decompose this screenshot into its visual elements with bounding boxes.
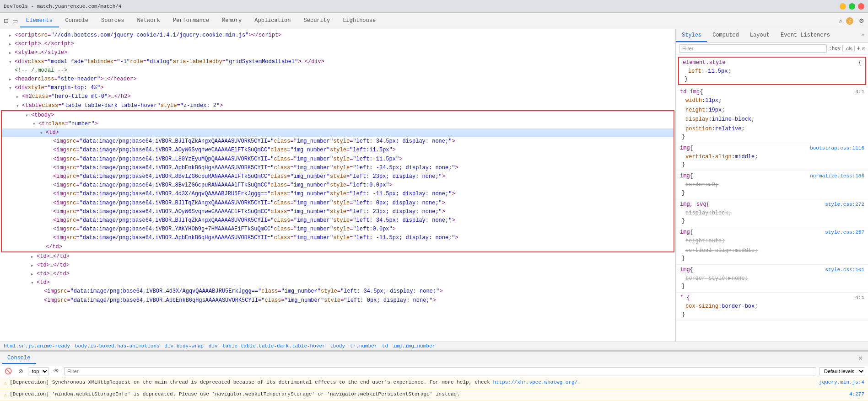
filter-cls-button[interactable]: .cls bbox=[842, 45, 855, 52]
console-toggle-button[interactable]: ⊘ bbox=[16, 367, 25, 375]
expand-triangle[interactable] bbox=[9, 84, 14, 92]
console-message-link[interactable]: https://xhr.spec.whatwg.org/ bbox=[493, 380, 577, 385]
element-style-block: element.style { left : -11.5px ; } bbox=[678, 57, 866, 85]
tab-elements[interactable]: Elements bbox=[20, 15, 59, 27]
style-source-number: style.css:257 bbox=[825, 230, 864, 235]
tab-security[interactable]: Security bbox=[297, 15, 337, 27]
style-source-link[interactable]: style.css:272 bbox=[825, 202, 864, 207]
expand-triangle[interactable] bbox=[9, 31, 14, 40]
tab-layout[interactable]: Layout bbox=[744, 29, 775, 42]
tab-application[interactable]: Application bbox=[248, 15, 297, 27]
inspect-element-button[interactable]: ⊡ bbox=[2, 16, 11, 26]
console-message-source[interactable]: 4:277 bbox=[849, 390, 864, 398]
expand-triangle[interactable] bbox=[31, 278, 36, 287]
expand-triangle[interactable] bbox=[26, 111, 30, 120]
style-source-link[interactable]: bootstrap.css:1116 bbox=[810, 145, 864, 151]
console-clear-button[interactable]: 🚫 bbox=[3, 367, 14, 375]
console-close-button[interactable]: × bbox=[855, 354, 866, 363]
style-rule: border:▶ 0; bbox=[680, 180, 864, 189]
close-button[interactable] bbox=[858, 3, 864, 10]
expand-triangle[interactable] bbox=[16, 92, 21, 101]
expand-triangle[interactable] bbox=[9, 48, 14, 57]
tab-console[interactable]: Console bbox=[59, 15, 95, 27]
style-selector: img, svg bbox=[680, 201, 706, 208]
styles-overflow-btn[interactable]: » bbox=[857, 29, 868, 42]
tab-lighthouse[interactable]: Lighthouse bbox=[336, 15, 382, 27]
console-eye-button[interactable]: 👁 bbox=[52, 367, 61, 375]
elements-panel[interactable]: <script src="//cdn.bootcss.com/jquery-co… bbox=[0, 29, 676, 342]
html-line: <div class="modal fade" tabindex="-1" ro… bbox=[0, 58, 675, 66]
tab-styles[interactable]: Styles bbox=[676, 29, 707, 42]
tab-sources[interactable]: Sources bbox=[95, 15, 130, 27]
style-source-link[interactable]: normalize.less:186 bbox=[810, 173, 864, 179]
html-line: <img src="data:image/png;base64,iVBOR…Ap… bbox=[2, 234, 674, 242]
expand-triangle[interactable] bbox=[9, 40, 14, 48]
expand-triangle[interactable] bbox=[40, 128, 45, 137]
html-line: <img src="data:image/png;base64,iVBOR…YA… bbox=[2, 225, 674, 234]
style-block-star: * { 4:1 box-sizing: border-box; } bbox=[676, 293, 868, 321]
breadcrumb-item[interactable]: html.sr.js.anime-ready bbox=[4, 343, 70, 349]
html-line: <img src="data:image/png;base64,iVBOR…4d… bbox=[0, 287, 675, 296]
style-rule: height: auto; bbox=[680, 236, 864, 246]
style-block-img-257: img { style.css:257 height: auto; vertic… bbox=[676, 227, 868, 265]
html-line-selected: <td> bbox=[2, 128, 674, 137]
style-selector: img bbox=[680, 145, 690, 151]
tab-performance[interactable]: Performance bbox=[167, 15, 216, 27]
html-line: <img src="data:image/png;base64,iVBOR…8B… bbox=[2, 181, 674, 190]
style-source-link[interactable]: style.css:257 bbox=[825, 230, 864, 235]
html-line: <img src="data:image/png;base64,iVBOR…L8… bbox=[2, 155, 674, 164]
style-rule: border-style:▶ none; bbox=[680, 274, 864, 283]
console-tabs: Console × bbox=[0, 352, 868, 365]
breadcrumb-item[interactable]: tr.number bbox=[350, 343, 377, 349]
style-rule: display: inline-block; bbox=[680, 115, 864, 124]
maximize-button[interactable] bbox=[849, 3, 855, 10]
tab-event-listeners[interactable]: Event Listeners bbox=[775, 29, 836, 42]
tab-computed[interactable]: Computed bbox=[707, 29, 744, 42]
styles-filter-input[interactable] bbox=[679, 44, 827, 53]
console-message-text: [Deprecation] 'window.webkitStorageInfo'… bbox=[10, 390, 846, 398]
console-filter-input[interactable] bbox=[64, 367, 816, 375]
style-block-header: td img { 4:1 bbox=[680, 89, 864, 95]
html-line: <td>…</td> bbox=[0, 270, 675, 278]
expand-triangle[interactable] bbox=[31, 270, 36, 278]
tab-memory[interactable]: Memory bbox=[216, 15, 248, 27]
console-message: ⚠ [Deprecation] 'window.webkitStorageInf… bbox=[0, 389, 868, 401]
minimize-button[interactable] bbox=[840, 3, 846, 10]
style-selector: td img bbox=[680, 89, 700, 95]
breadcrumb-item[interactable]: div.body-wrap bbox=[164, 343, 204, 349]
breadcrumb-item[interactable]: body.is-boxed.has-animations bbox=[75, 343, 160, 349]
breadcrumb-item[interactable]: tbody bbox=[330, 343, 345, 349]
html-line: </td> bbox=[2, 243, 674, 251]
breadcrumb-item[interactable]: td bbox=[382, 343, 388, 349]
expand-triangle[interactable] bbox=[31, 252, 36, 261]
expand-triangle[interactable] bbox=[16, 102, 21, 110]
tab-console-panel[interactable]: Console bbox=[2, 353, 36, 364]
expand-triangle[interactable] bbox=[9, 58, 14, 66]
filter-plus-button[interactable]: + bbox=[857, 45, 860, 52]
settings-button[interactable]: ⚙ bbox=[857, 16, 866, 26]
expand-triangle[interactable] bbox=[31, 261, 36, 270]
breadcrumb-item[interactable]: div bbox=[209, 343, 218, 349]
breadcrumb-item[interactable]: img.img_number bbox=[393, 343, 435, 349]
html-line: <img src="data:image/png;base64,iVBOR…4d… bbox=[2, 190, 674, 198]
breadcrumb-item[interactable]: table.table.table-dark.table-hover bbox=[222, 343, 325, 349]
console-levels-select[interactable]: Default levels bbox=[819, 367, 865, 375]
style-block-header: img { style.css:101 bbox=[680, 267, 864, 273]
filter-resize-button[interactable]: ⊡ bbox=[862, 46, 865, 52]
title-bar-title: DevTools - match.yuanrenxue.com/match/4 bbox=[4, 4, 840, 9]
styles-content[interactable]: element.style { left : -11.5px ; } td im… bbox=[676, 55, 868, 342]
style-block-img-101: img { style.css:101 border-style:▶ none;… bbox=[676, 265, 868, 293]
style-rule: vertical-align: middle; bbox=[680, 246, 864, 255]
console-message-source[interactable]: jquery.min.js:4 bbox=[819, 379, 864, 386]
style-block-header: img { style.css:257 bbox=[680, 229, 864, 235]
device-toolbar-button[interactable]: ▭ bbox=[11, 16, 20, 26]
style-selector: img bbox=[680, 229, 690, 235]
html-line: <img src="data:image/png;base64,iVBOR…8B… bbox=[2, 172, 674, 181]
tab-network[interactable]: Network bbox=[130, 15, 166, 27]
html-line: <tr class="number"> bbox=[2, 120, 674, 128]
style-source-link[interactable]: style.css:101 bbox=[825, 267, 864, 273]
console-context-select[interactable]: top bbox=[28, 367, 49, 375]
warning-badge: 2 bbox=[846, 17, 853, 25]
expand-triangle[interactable] bbox=[33, 120, 38, 128]
expand-triangle[interactable] bbox=[9, 75, 14, 84]
